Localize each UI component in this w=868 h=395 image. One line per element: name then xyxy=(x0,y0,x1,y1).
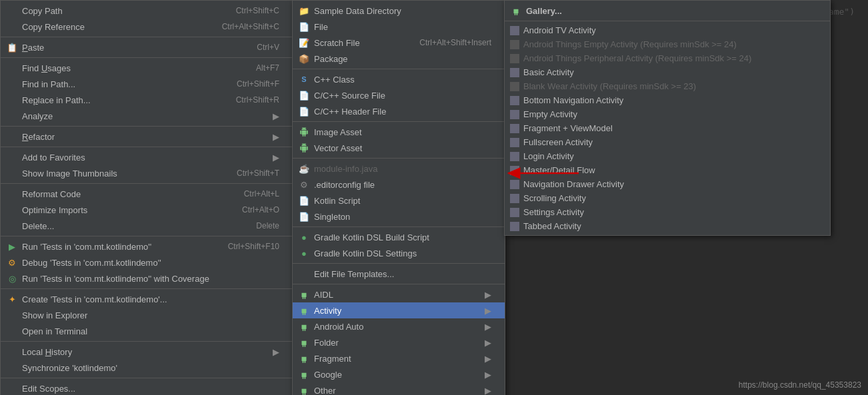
aidl-label: AIDL xyxy=(314,290,479,300)
menu-item-settings-activity[interactable]: Settings Activity xyxy=(505,205,830,219)
separator xyxy=(293,226,505,227)
menu-item-c-source[interactable]: 📄 C/C++ Source File xyxy=(293,87,505,103)
arrow-icon: ▶ xyxy=(273,347,279,357)
c-header-label: C/C++ Header File xyxy=(314,107,491,117)
google-label: Google xyxy=(314,370,479,380)
editorconfig-icon: ⚙ xyxy=(298,179,310,191)
settings-activity-icon xyxy=(510,208,519,217)
menu-item-editorconfig[interactable]: ⚙ .editorconfig file xyxy=(293,177,505,193)
synchronize-label: Synchronize 'kotlindemo' xyxy=(22,363,279,373)
menu-item-google[interactable]: Google ▶ xyxy=(293,366,505,382)
none-icon xyxy=(6,5,18,17)
menu-item-add-favorites[interactable]: Add to Favorites ▶ xyxy=(1,149,293,165)
kotlin-script-label: Kotlin Script xyxy=(314,196,491,206)
menu-item-refactor[interactable]: Refactor ▶ xyxy=(1,129,293,145)
google-android-icon xyxy=(298,368,310,380)
menu-item-edit-file-templates[interactable]: Edit File Templates... xyxy=(293,266,505,282)
menu-item-run-coverage[interactable]: ◎ Run 'Tests in 'com.mt.kotlindemo'' wit… xyxy=(1,270,293,286)
menu-item-copy-path[interactable]: Copy Path Ctrl+Shift+C xyxy=(1,3,293,19)
menu-item-fullscreen[interactable]: Fullscreen Activity xyxy=(505,135,830,149)
separator xyxy=(293,121,505,122)
menu-item-show-explorer[interactable]: Show in Explorer xyxy=(1,307,293,323)
menu-item-android-things-empty[interactable]: Android Things Empty Activity (Requires … xyxy=(505,37,830,51)
menu-item-fragment-viewmodel[interactable]: Fragment + ViewModel xyxy=(505,121,830,135)
reformat-shortcut: Ctrl+Alt+L xyxy=(244,189,279,198)
menu-item-scratch-file[interactable]: 📝 Scratch File Ctrl+Alt+Shift+Insert xyxy=(293,35,505,51)
menu-item-replace-in-path[interactable]: Replace in Path... Ctrl+Shift+R xyxy=(1,92,293,108)
edit-scopes-label: Edit Scopes... xyxy=(22,384,279,394)
menu-item-image-asset[interactable]: Image Asset xyxy=(293,124,505,140)
menu-item-file[interactable]: 📄 File xyxy=(293,19,505,35)
menu-item-create-tests[interactable]: ✦ Create 'Tests in 'com.mt.kotlindemo'..… xyxy=(1,291,293,307)
none-icon xyxy=(6,362,18,374)
arrow-icon: ▶ xyxy=(485,370,491,380)
menu-item-empty-activity[interactable]: Empty Activity xyxy=(505,107,830,121)
context-menu-1: Copy Path Ctrl+Shift+C Copy Reference Ct… xyxy=(0,0,293,395)
menu-item-folder[interactable]: Folder ▶ xyxy=(293,334,505,350)
menu-item-activity[interactable]: Activity ▶ xyxy=(293,302,505,318)
none-icon xyxy=(6,220,18,232)
menu-item-paste[interactable]: 📋 Paste Ctrl+V xyxy=(1,39,293,55)
run-icon: ▶ xyxy=(6,240,18,252)
menu-item-module-info[interactable]: ☕ module-info.java xyxy=(293,161,505,177)
file-icon: 📄 xyxy=(298,21,310,33)
none-icon xyxy=(6,21,18,33)
menu-item-reformat[interactable]: Reformat Code Ctrl+Alt+L xyxy=(1,186,293,202)
menu-item-local-history[interactable]: Local History ▶ xyxy=(1,344,293,360)
menu-item-cpp-class[interactable]: S C++ Class xyxy=(293,71,505,87)
edit-file-templates-label: Edit File Templates... xyxy=(314,269,491,279)
copy-path-shortcut: Ctrl+Shift+C xyxy=(236,6,279,15)
optimize-imports-shortcut: Ctrl+Alt+O xyxy=(242,205,279,214)
create-tests-label: Create 'Tests in 'com.mt.kotlindemo'... xyxy=(22,294,279,304)
menu-item-edit-scopes[interactable]: Edit Scopes... xyxy=(1,380,293,395)
menu-item-bottom-navigation[interactable]: Bottom Navigation Activity xyxy=(505,93,830,107)
menu-item-kotlin-script[interactable]: 📄 Kotlin Script xyxy=(293,193,505,208)
none-icon xyxy=(6,382,18,394)
menu-item-open-terminal[interactable]: Open in Terminal xyxy=(1,323,293,339)
arrow-icon: ▶ xyxy=(485,354,491,364)
paste-shortcut: Ctrl+V xyxy=(257,43,279,52)
menu-item-gradle-kotlin-dsl[interactable]: ● Gradle Kotlin DSL Build Script xyxy=(293,229,505,245)
menu-item-gradle-kotlin-settings[interactable]: ● Gradle Kotlin DSL Settings xyxy=(293,245,505,261)
menu-item-c-header[interactable]: 📄 C/C++ Header File xyxy=(293,103,505,119)
settings-activity-label: Settings Activity xyxy=(523,207,817,217)
none-icon xyxy=(6,325,18,337)
menu-item-basic-activity[interactable]: Basic Activity xyxy=(505,65,830,79)
menu-item-tabbed[interactable]: Tabbed Activity xyxy=(505,219,830,233)
menu-item-scrolling[interactable]: Scrolling Activity xyxy=(505,191,830,205)
android-tv-label: Android TV Activity xyxy=(523,25,817,35)
menu-item-debug-tests[interactable]: ⚙ Debug 'Tests in 'com.mt.kotlindemo'' xyxy=(1,254,293,270)
menu-item-gallery[interactable]: Gallery... xyxy=(505,3,830,19)
open-terminal-label: Open in Terminal xyxy=(22,326,279,336)
menu-item-package[interactable]: 📦 Package xyxy=(293,51,505,67)
menu-item-singleton[interactable]: 📄 Singleton xyxy=(293,208,505,224)
menu-item-android-tv[interactable]: Android TV Activity xyxy=(505,23,830,37)
menu-item-aidl[interactable]: AIDL ▶ xyxy=(293,286,505,302)
menu-item-android-things-peripheral[interactable]: Android Things Peripheral Activity (Requ… xyxy=(505,51,830,65)
menu-item-fragment[interactable]: Fragment ▶ xyxy=(293,350,505,366)
menu-item-vector-asset[interactable]: Vector Asset xyxy=(293,140,505,156)
menu-item-analyze[interactable]: Analyze ▶ xyxy=(1,108,293,124)
package-label: Package xyxy=(314,54,491,64)
menu-item-run-tests[interactable]: ▶ Run 'Tests in 'com.mt.kotlindemo'' Ctr… xyxy=(1,238,293,254)
menu-item-show-thumbnails[interactable]: Show Image Thumbnails Ctrl+Shift+T xyxy=(1,165,293,181)
find-usages-label: Find Usages xyxy=(22,63,243,73)
fragment-vm-icon xyxy=(510,124,519,133)
menu-item-delete[interactable]: Delete... Delete xyxy=(1,218,293,234)
folder-android-icon xyxy=(298,336,310,348)
menu-item-sample-data[interactable]: 📁 Sample Data Directory xyxy=(293,3,505,19)
separator xyxy=(1,378,293,378)
menu-item-other[interactable]: Other ▶ xyxy=(293,382,505,395)
menu-item-login[interactable]: Login Activity xyxy=(505,149,830,163)
menu-item-find-usages[interactable]: Find Usages Alt+F7 xyxy=(1,60,293,76)
copy-reference-label: Copy Reference xyxy=(22,22,209,32)
fullscreen-label: Fullscreen Activity xyxy=(523,137,817,147)
c-source-label: C/C++ Source File xyxy=(314,91,491,101)
menu-item-blank-wear[interactable]: Blank Wear Activity (Requires minSdk >= … xyxy=(505,79,830,93)
menu-item-optimize-imports[interactable]: Optimize Imports Ctrl+Alt+O xyxy=(1,202,293,218)
menu-item-android-auto[interactable]: Android Auto ▶ xyxy=(293,318,505,334)
menu-item-copy-reference[interactable]: Copy Reference Ctrl+Alt+Shift+C xyxy=(1,19,293,35)
show-thumbnails-label: Show Image Thumbnails xyxy=(22,169,223,179)
menu-item-synchronize[interactable]: Synchronize 'kotlindemo' xyxy=(1,360,293,376)
menu-item-find-in-path[interactable]: Find in Path... Ctrl+Shift+F xyxy=(1,76,293,92)
